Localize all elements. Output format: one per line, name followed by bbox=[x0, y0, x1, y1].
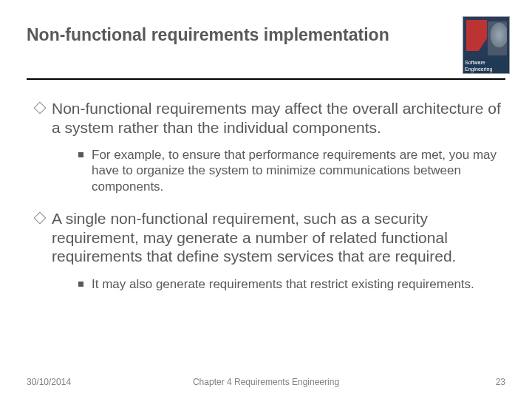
book-cover-label: Software Engineering bbox=[463, 58, 509, 73]
list-item: Non-functional requirements may affect t… bbox=[35, 99, 505, 194]
slide-title: Non-functional requirements implementati… bbox=[27, 21, 389, 45]
sub-bullet-list: It may also generate requirements that r… bbox=[52, 276, 505, 292]
list-item: It may also generate requirements that r… bbox=[78, 276, 505, 292]
slide: Non-functional requirements implementati… bbox=[0, 0, 532, 399]
footer-chapter: Chapter 4 Requirements Engineering bbox=[27, 377, 505, 387]
bullet-text: Non-functional requirements may affect t… bbox=[52, 100, 501, 136]
bullet-list: Non-functional requirements may affect t… bbox=[27, 99, 505, 292]
title-divider bbox=[27, 78, 505, 80]
footer-page-number: 23 bbox=[496, 377, 505, 387]
footer-date: 30/10/2014 bbox=[27, 377, 71, 387]
list-item: For example, to ensure that performance … bbox=[78, 147, 505, 194]
sub-bullet-list: For example, to ensure that performance … bbox=[52, 147, 505, 194]
slide-footer: 30/10/2014 Chapter 4 Requirements Engine… bbox=[27, 377, 505, 387]
sub-bullet-text: For example, to ensure that performance … bbox=[92, 148, 497, 194]
sub-bullet-text: It may also generate requirements that r… bbox=[92, 277, 474, 291]
list-item: A single non-functional requirement, suc… bbox=[35, 209, 505, 292]
bullet-text: A single non-functional requirement, suc… bbox=[52, 210, 456, 265]
book-cover-image: Software Engineering bbox=[463, 16, 510, 74]
title-row: Non-functional requirements implementati… bbox=[27, 21, 505, 74]
